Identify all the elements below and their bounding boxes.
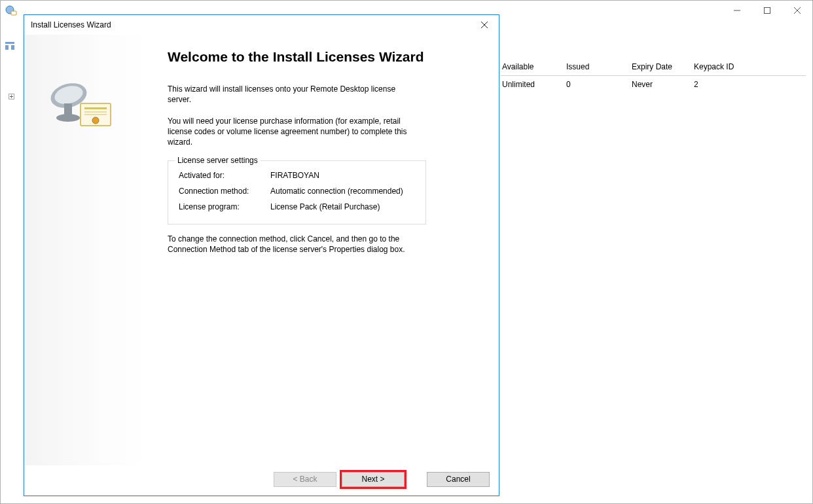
wizard-title: Install Licenses Wizard <box>31 20 111 29</box>
col-keypack[interactable]: Keypack ID <box>693 61 751 73</box>
wizard-paragraph-2: You will need your license purchase info… <box>168 116 410 148</box>
settings-row-activated: Activated for: FIRATBOYAN <box>179 168 418 183</box>
license-program-label: License program: <box>179 202 270 211</box>
svg-rect-7 <box>11 45 14 50</box>
col-available[interactable]: Available <box>501 61 565 73</box>
col-expiry[interactable]: Expiry Date <box>630 61 693 73</box>
svg-rect-13 <box>64 103 72 115</box>
close-icon <box>794 7 801 14</box>
window-controls <box>722 1 812 20</box>
svg-rect-8 <box>5 42 14 44</box>
maximize-button[interactable] <box>752 1 782 20</box>
wizard-paragraph-1: This wizard will install licenses onto y… <box>168 84 410 105</box>
toolstrip-icon-1[interactable] <box>5 40 18 53</box>
wizard-footer: < Back Next > Cancel <box>24 465 499 495</box>
table-header: Available Issued Expiry Date Keypack ID <box>501 59 806 76</box>
cell-expiry: Never <box>630 79 693 90</box>
settings-row-connection: Connection method: Automatic connection … <box>179 183 418 199</box>
close-icon <box>480 21 488 29</box>
svg-rect-5 <box>11 11 16 15</box>
wizard-titlebar[interactable]: Install Licenses Wizard <box>24 15 499 35</box>
svg-rect-17 <box>84 111 107 113</box>
license-program-value: License Pack (Retail Purchase) <box>270 202 418 211</box>
maximize-icon <box>764 7 770 14</box>
next-button[interactable]: Next > <box>342 472 405 487</box>
svg-rect-16 <box>84 107 107 109</box>
cell-keypack: 2 <box>693 79 751 90</box>
app-icon <box>5 5 18 18</box>
left-toolstrip: + <box>1 20 24 503</box>
license-table: Available Issued Expiry Date Keypack ID … <box>501 59 806 90</box>
wizard-body: Welcome to the Install Licenses Wizard T… <box>24 35 499 465</box>
license-server-settings-group: License server settings Activated for: F… <box>168 160 426 225</box>
activated-for-value: FIRATBOYAN <box>270 171 418 180</box>
install-licenses-wizard-dialog: Install Licenses Wizard <box>24 14 499 496</box>
wizard-sidebar <box>24 35 152 465</box>
svg-rect-6 <box>5 45 9 50</box>
svg-rect-18 <box>84 114 107 115</box>
connection-method-value: Automatic connection (recommended) <box>270 187 418 196</box>
wizard-paragraph-3: To change the connection method, click C… <box>168 234 410 255</box>
wizard-heading: Welcome to the Install Licenses Wizard <box>168 48 479 65</box>
wizard-graphic-icon <box>43 71 115 136</box>
close-button[interactable] <box>782 1 812 20</box>
cell-issued: 0 <box>565 79 630 90</box>
svg-point-19 <box>92 117 99 124</box>
wizard-close-button[interactable] <box>475 16 494 34</box>
minimize-button[interactable] <box>722 1 752 20</box>
wizard-content: Welcome to the Install Licenses Wizard T… <box>152 35 499 465</box>
settings-row-program: License program: License Pack (Retail Pu… <box>179 199 418 215</box>
minimize-icon <box>734 7 740 14</box>
settings-legend: License server settings <box>175 156 261 165</box>
cancel-button[interactable]: Cancel <box>427 472 490 487</box>
cell-available: Unlimited <box>501 79 565 90</box>
table-row[interactable]: Unlimited 0 Never 2 <box>501 76 806 90</box>
col-issued[interactable]: Issued <box>565 61 630 73</box>
back-button: < Back <box>274 472 336 487</box>
activated-for-label: Activated for: <box>179 171 270 180</box>
svg-point-14 <box>56 114 80 122</box>
connection-method-label: Connection method: <box>179 187 270 196</box>
svg-rect-1 <box>765 8 770 14</box>
tree-expand-toggle[interactable]: + <box>9 94 14 99</box>
